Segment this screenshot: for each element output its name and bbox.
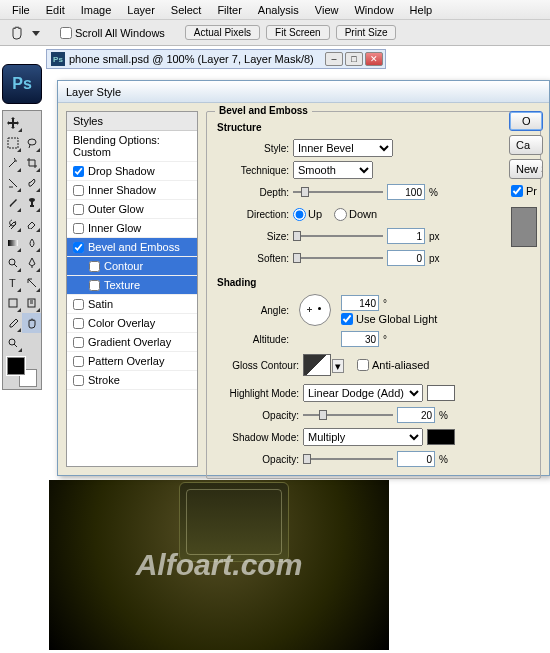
soften-input[interactable] xyxy=(387,250,425,266)
style-row-satin[interactable]: Satin xyxy=(67,295,197,314)
style-checkbox[interactable] xyxy=(73,375,84,386)
maximize-button[interactable]: □ xyxy=(345,52,363,66)
print-size-button[interactable]: Print Size xyxy=(336,25,397,40)
blending-options-row[interactable]: Blending Options: Custom xyxy=(67,131,197,162)
style-checkbox[interactable] xyxy=(89,261,100,272)
color-swatches[interactable] xyxy=(7,357,37,387)
highlight-color[interactable] xyxy=(427,385,455,401)
styles-header[interactable]: Styles xyxy=(67,112,197,131)
hand-tool-2[interactable] xyxy=(22,313,41,333)
menu-image[interactable]: Image xyxy=(73,2,120,18)
style-checkbox[interactable] xyxy=(73,299,84,310)
dialog-title[interactable]: Layer Style xyxy=(58,81,549,103)
direction-up[interactable]: Up xyxy=(293,208,322,221)
menu-select[interactable]: Select xyxy=(163,2,210,18)
pen-tool[interactable] xyxy=(22,253,41,273)
technique-select[interactable]: Smooth xyxy=(293,161,373,179)
move-tool[interactable] xyxy=(3,113,23,133)
style-checkbox[interactable] xyxy=(73,223,84,234)
menu-filter[interactable]: Filter xyxy=(209,2,249,18)
preview-checkbox[interactable]: Pr xyxy=(509,185,543,197)
shadow-color[interactable] xyxy=(427,429,455,445)
shape-tool[interactable] xyxy=(3,293,22,313)
hand-tool-icon[interactable] xyxy=(8,24,26,42)
style-checkbox[interactable] xyxy=(89,280,100,291)
notes-tool[interactable] xyxy=(22,293,41,313)
angle-input[interactable] xyxy=(341,295,379,311)
style-row-bevel-and-emboss[interactable]: Bevel and Emboss xyxy=(67,238,197,257)
shadow-opacity-input[interactable] xyxy=(397,451,435,467)
lasso-tool[interactable] xyxy=(22,133,41,153)
style-row-pattern-overlay[interactable]: Pattern Overlay xyxy=(67,352,197,371)
chevron-down-icon[interactable]: ▾ xyxy=(332,359,344,373)
history-brush-tool[interactable] xyxy=(3,213,22,233)
fit-screen-button[interactable]: Fit Screen xyxy=(266,25,330,40)
dodge-tool[interactable] xyxy=(3,253,22,273)
zoom-tool[interactable] xyxy=(3,333,23,353)
menu-view[interactable]: View xyxy=(307,2,347,18)
style-checkbox[interactable] xyxy=(73,204,84,215)
depth-slider[interactable] xyxy=(293,185,383,199)
style-row-stroke[interactable]: Stroke xyxy=(67,371,197,390)
style-select[interactable]: Inner Bevel xyxy=(293,139,393,157)
style-checkbox[interactable] xyxy=(73,318,84,329)
direction-down[interactable]: Down xyxy=(334,208,377,221)
type-tool[interactable]: T xyxy=(3,273,22,293)
fg-color[interactable] xyxy=(7,357,25,375)
document-canvas[interactable]: Alfoart.com xyxy=(49,480,389,650)
size-input[interactable] xyxy=(387,228,425,244)
angle-control[interactable] xyxy=(299,294,331,326)
slice-tool[interactable] xyxy=(3,173,22,193)
highlight-mode-select[interactable]: Linear Dodge (Add) xyxy=(303,384,423,402)
size-slider[interactable] xyxy=(293,229,383,243)
path-tool[interactable] xyxy=(22,273,41,293)
menu-edit[interactable]: Edit xyxy=(38,2,73,18)
style-checkbox[interactable] xyxy=(73,166,84,177)
scroll-all-checkbox[interactable]: Scroll All Windows xyxy=(60,27,165,39)
wand-tool[interactable] xyxy=(3,153,22,173)
style-row-texture[interactable]: Texture xyxy=(67,276,197,295)
crop-tool[interactable] xyxy=(22,153,41,173)
menu-layer[interactable]: Layer xyxy=(119,2,163,18)
highlight-opacity-slider[interactable] xyxy=(303,408,393,422)
menu-analysis[interactable]: Analysis xyxy=(250,2,307,18)
eraser-tool[interactable] xyxy=(22,213,41,233)
new-style-button[interactable]: New S xyxy=(509,159,543,179)
antialiased-checkbox[interactable]: Anti-aliased xyxy=(357,359,429,371)
style-row-contour[interactable]: Contour xyxy=(67,257,197,276)
menu-help[interactable]: Help xyxy=(402,2,441,18)
shadow-opacity-slider[interactable] xyxy=(303,452,393,466)
style-row-drop-shadow[interactable]: Drop Shadow xyxy=(67,162,197,181)
altitude-input[interactable] xyxy=(341,331,379,347)
close-button[interactable]: ✕ xyxy=(365,52,383,66)
gloss-contour-picker[interactable]: ▾ xyxy=(303,354,331,376)
shadow-mode-select[interactable]: Multiply xyxy=(303,428,423,446)
style-checkbox[interactable] xyxy=(73,337,84,348)
style-checkbox[interactable] xyxy=(73,242,84,253)
stamp-tool[interactable] xyxy=(22,193,41,213)
tool-preset-dropdown-icon[interactable] xyxy=(32,29,40,37)
style-row-outer-glow[interactable]: Outer Glow xyxy=(67,200,197,219)
ok-button[interactable]: O xyxy=(509,111,543,131)
actual-pixels-button[interactable]: Actual Pixels xyxy=(185,25,260,40)
style-checkbox[interactable] xyxy=(73,185,84,196)
healing-tool[interactable] xyxy=(22,173,41,193)
style-row-inner-glow[interactable]: Inner Glow xyxy=(67,219,197,238)
minimize-button[interactable]: – xyxy=(325,52,343,66)
style-row-color-overlay[interactable]: Color Overlay xyxy=(67,314,197,333)
style-row-gradient-overlay[interactable]: Gradient Overlay xyxy=(67,333,197,352)
eyedropper-tool[interactable] xyxy=(3,313,22,333)
document-titlebar[interactable]: Ps phone small.psd @ 100% (Layer 7, Laye… xyxy=(46,49,386,69)
menu-file[interactable]: File xyxy=(4,2,38,18)
cancel-button[interactable]: Ca xyxy=(509,135,543,155)
highlight-opacity-input[interactable] xyxy=(397,407,435,423)
blur-tool[interactable] xyxy=(22,233,41,253)
brush-tool[interactable] xyxy=(3,193,22,213)
style-checkbox[interactable] xyxy=(73,356,84,367)
depth-input[interactable] xyxy=(387,184,425,200)
marquee-tool[interactable] xyxy=(3,133,22,153)
style-row-inner-shadow[interactable]: Inner Shadow xyxy=(67,181,197,200)
soften-slider[interactable] xyxy=(293,251,383,265)
gradient-tool[interactable] xyxy=(3,233,22,253)
menu-window[interactable]: Window xyxy=(346,2,401,18)
